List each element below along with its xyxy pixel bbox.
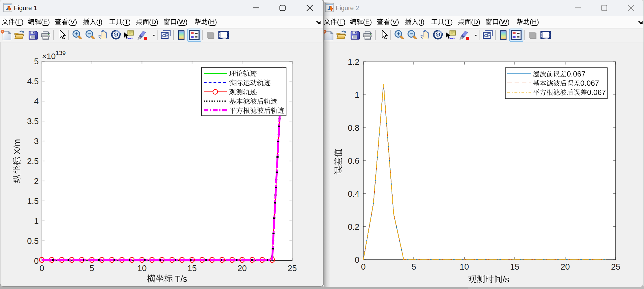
svg-text:10: 10 bbox=[137, 264, 146, 273]
svg-text:0.6: 0.6 bbox=[348, 156, 359, 165]
svg-text:0: 0 bbox=[361, 262, 365, 271]
svg-text:5: 5 bbox=[411, 262, 416, 271]
svg-text:0: 0 bbox=[40, 264, 44, 273]
svg-text:1: 1 bbox=[355, 90, 359, 100]
svg-text:1.2: 1.2 bbox=[348, 57, 359, 67]
svg-text:25: 25 bbox=[287, 264, 297, 273]
svg-text:0.5: 0.5 bbox=[27, 236, 39, 246]
svg-text:15: 15 bbox=[510, 262, 519, 271]
svg-text:1.5: 1.5 bbox=[27, 196, 39, 206]
svg-text:1: 1 bbox=[34, 216, 39, 226]
svg-text:3.5: 3.5 bbox=[27, 117, 39, 126]
svg-text:Figure 2: Figure 2 bbox=[336, 4, 359, 12]
svg-text:5: 5 bbox=[34, 57, 39, 66]
svg-text:0.4: 0.4 bbox=[348, 189, 359, 198]
svg-text:3: 3 bbox=[34, 137, 39, 146]
svg-text:4.5: 4.5 bbox=[27, 77, 39, 86]
svg-text:0: 0 bbox=[355, 255, 359, 264]
svg-text:0.2: 0.2 bbox=[348, 222, 359, 231]
svg-text:4: 4 bbox=[34, 97, 39, 106]
svg-text:×10: ×10 bbox=[42, 52, 56, 61]
svg-text:5: 5 bbox=[90, 264, 94, 273]
svg-text:10: 10 bbox=[460, 262, 469, 271]
svg-text:20: 20 bbox=[561, 262, 570, 271]
svg-text:2: 2 bbox=[34, 176, 39, 186]
svg-text:15: 15 bbox=[188, 264, 197, 273]
svg-text:20: 20 bbox=[237, 264, 247, 273]
svg-text:0: 0 bbox=[34, 256, 39, 266]
svg-text:139: 139 bbox=[56, 49, 66, 56]
svg-text:0.8: 0.8 bbox=[348, 123, 359, 132]
svg-text:2.5: 2.5 bbox=[27, 157, 39, 166]
svg-text:Figure 1: Figure 1 bbox=[14, 4, 37, 12]
svg-text:25: 25 bbox=[611, 262, 620, 271]
